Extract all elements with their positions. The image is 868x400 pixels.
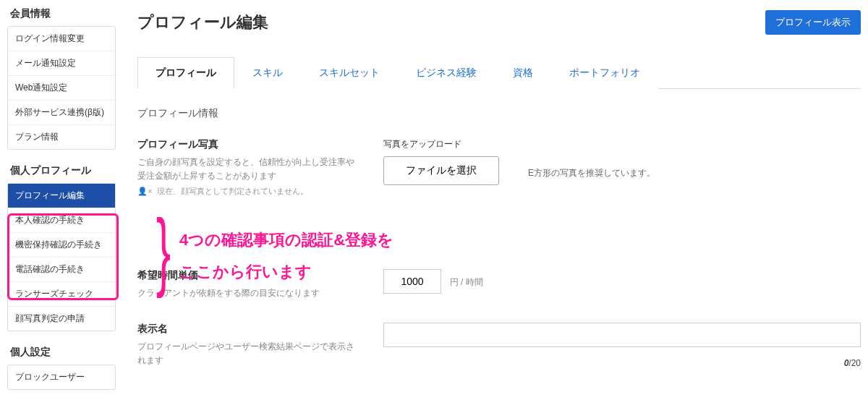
sidebar-title: 個人プロフィール	[7, 164, 116, 177]
file-select-button[interactable]: ファイルを選択	[383, 156, 499, 185]
sidebar: 会員情報 ログイン情報変更 メール通知設定 Web通知設定 外部サービス連携(β…	[7, 7, 116, 400]
tab-business[interactable]: ビジネス経験	[398, 57, 495, 89]
photo-recommend: E方形の写真を推奨しています。	[528, 167, 655, 179]
sidebar-section-settings: 個人設定 ブロックユーザー	[7, 346, 116, 390]
main-content: プロフィール編集 プロフィール表示 プロフィール スキル スキルセット ビジネス…	[137, 7, 861, 400]
form-row-rate: 希望時間単価 クライアントが依頼をする際の目安になります 円 / 時間	[137, 269, 861, 300]
tab-portfolio[interactable]: ポートフォリオ	[551, 57, 658, 89]
rate-input[interactable]	[383, 269, 441, 294]
sidebar-section-profile: 個人プロフィール プロフィール編集 本人確認の手続き 機密保持確認の手続き 電話…	[7, 164, 116, 331]
tab-certs[interactable]: 資格	[495, 57, 551, 89]
sidebar-item-external[interactable]: 外部サービス連携(β版)	[8, 101, 115, 125]
char-count: 0/20	[844, 358, 861, 368]
tabs: プロフィール スキル スキルセット ビジネス経験 資格 ポートフォリオ	[137, 56, 861, 89]
tab-skill[interactable]: スキル	[234, 57, 301, 89]
sidebar-section-member: 会員情報 ログイン情報変更 メール通知設定 Web通知設定 外部サービス連携(β…	[7, 7, 116, 150]
sidebar-item-webnotify[interactable]: Web通知設定	[8, 76, 115, 101]
upload-label: 写真をアップロード	[383, 138, 499, 150]
form-row-name: 表示名 プロフィールページやユーザー検索結果ページで表示されます 0/20	[137, 323, 861, 368]
show-profile-button[interactable]: プロフィール表示	[765, 10, 861, 35]
sidebar-item-nda[interactable]: 機密保持確認の手続き	[8, 233, 115, 258]
rate-help: クライアントが依頼をする際の目安になります	[137, 286, 362, 300]
sidebar-item-facephoto[interactable]: 顔写真判定の申請	[8, 307, 115, 331]
person-x-icon: 👤×	[137, 187, 152, 195]
sidebar-item-mail[interactable]: メール通知設定	[8, 51, 115, 76]
rate-label: 希望時間単価	[137, 269, 362, 282]
display-name-input[interactable]	[383, 323, 861, 347]
photo-note: 👤× 現在、顔写真として判定されていません。	[137, 186, 362, 197]
name-help: プロフィールページやユーザー検索結果ページで表示されます	[137, 340, 362, 367]
tab-skillset[interactable]: スキルセット	[301, 57, 398, 89]
sidebar-item-login[interactable]: ログイン情報変更	[8, 27, 115, 51]
sidebar-item-profile-edit[interactable]: プロフィール編集	[8, 184, 115, 208]
sidebar-title: 個人設定	[7, 346, 116, 359]
sidebar-item-plan[interactable]: プラン情報	[8, 125, 115, 149]
sidebar-item-identity[interactable]: 本人確認の手続き	[8, 208, 115, 233]
sidebar-item-phone[interactable]: 電話確認の手続き	[8, 258, 115, 282]
sidebar-item-block[interactable]: ブロックユーザー	[8, 365, 115, 389]
photo-note-text: 現在、顔写真として判定されていません。	[157, 187, 308, 195]
tab-profile[interactable]: プロフィール	[137, 57, 234, 89]
sidebar-item-lancers-check[interactable]: ランサーズチェック	[8, 282, 115, 307]
section-heading: プロフィール情報	[137, 107, 861, 120]
count-max: /20	[848, 358, 861, 368]
photo-help: ご自身の顔写真を設定すると、信頼性が向上し受注率や受注金額が上昇することがありま…	[137, 156, 362, 183]
name-label: 表示名	[137, 323, 362, 336]
rate-unit: 円 / 時間	[450, 277, 483, 287]
photo-label: プロフィール写真	[137, 138, 362, 151]
page-title: プロフィール編集	[137, 12, 268, 33]
form-row-photo: プロフィール写真 ご自身の顔写真を設定すると、信頼性が向上し受注率や受注金額が上…	[137, 138, 861, 197]
sidebar-title: 会員情報	[7, 7, 116, 20]
